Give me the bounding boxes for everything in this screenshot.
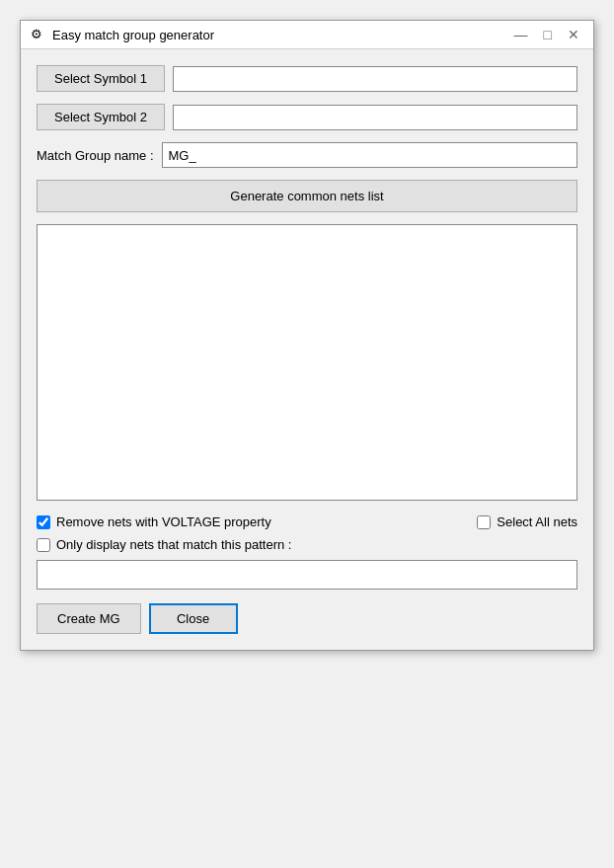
generate-button[interactable]: Generate common nets list — [37, 180, 577, 212]
title-bar-controls: — □ ✕ — [510, 28, 583, 41]
minimize-button[interactable]: — — [510, 28, 532, 41]
symbol1-input[interactable] — [173, 66, 577, 92]
pattern-input[interactable] — [37, 560, 577, 590]
only-display-checkbox[interactable] — [37, 538, 50, 552]
title-bar-left: ⚙ Easy match group generator — [31, 27, 214, 42]
select-all-group: Select All nets — [477, 514, 577, 529]
select-symbol-2-button[interactable]: Select Symbol 2 — [37, 104, 165, 130]
symbol2-input[interactable] — [173, 105, 577, 130]
select-all-checkbox[interactable] — [477, 515, 491, 529]
only-display-row: Only display nets that match this patter… — [37, 537, 577, 552]
remove-nets-row: Remove nets with VOLTAGE property Select… — [37, 514, 577, 529]
nets-list[interactable] — [37, 224, 577, 501]
window-title: Easy match group generator — [52, 28, 214, 42]
app-icon: ⚙ — [31, 27, 46, 42]
match-group-label: Match Group name : — [37, 148, 154, 163]
select-symbol-1-button[interactable]: Select Symbol 1 — [37, 65, 165, 92]
close-button[interactable]: Close — [149, 603, 238, 634]
create-mg-button[interactable]: Create MG — [37, 603, 141, 634]
symbol2-row: Select Symbol 2 — [37, 104, 577, 130]
close-window-button[interactable]: ✕ — [564, 28, 583, 41]
match-group-input[interactable] — [162, 142, 578, 168]
bottom-row: Create MG Close — [37, 603, 577, 634]
match-group-row: Match Group name : — [37, 142, 577, 168]
remove-nets-checkbox[interactable] — [37, 515, 50, 529]
content-area: Select Symbol 1 Select Symbol 2 Match Gr… — [21, 49, 593, 650]
remove-nets-label[interactable]: Remove nets with VOLTAGE property — [56, 514, 271, 529]
title-bar: ⚙ Easy match group generator — □ ✕ — [21, 21, 593, 49]
symbol1-row: Select Symbol 1 — [37, 65, 577, 92]
select-all-label[interactable]: Select All nets — [497, 514, 577, 529]
main-window: ⚙ Easy match group generator — □ ✕ Selec… — [20, 20, 594, 651]
only-display-label[interactable]: Only display nets that match this patter… — [56, 537, 291, 552]
maximize-button[interactable]: □ — [540, 28, 556, 41]
